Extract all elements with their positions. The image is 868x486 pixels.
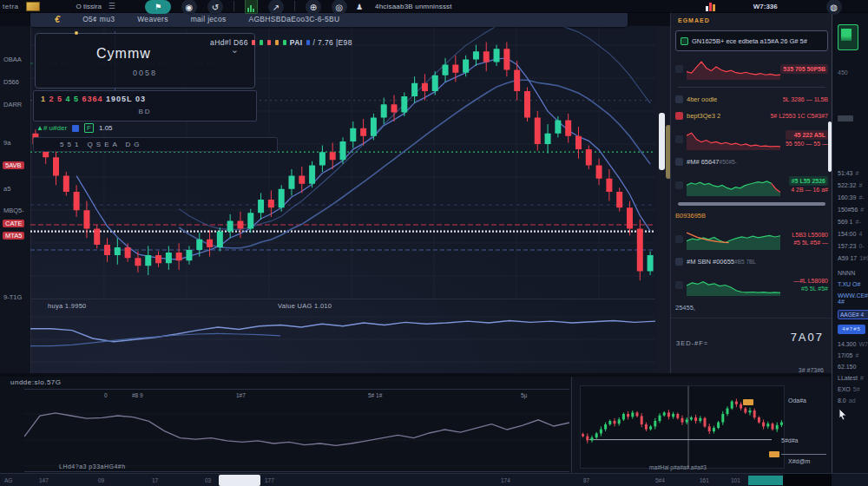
price-axis-label: OBAA	[3, 56, 22, 63]
price-axis-label: 9-T1G	[3, 293, 22, 301]
main-chart-panel: OBAAD566DARR9a5AVBa5MBQ5-CATEMTA59-T1G C…	[0, 26, 670, 373]
indicator-row[interactable]: ▲# u#der F 1.05	[36, 123, 113, 133]
menubar-item[interactable]: mail jecos	[191, 15, 227, 23]
left-price-axis[interactable]: OBAAD566DARR9a5AVBa5MBQ5-CATEMTA59-T1G	[0, 26, 31, 373]
trade-flag: #-	[858, 194, 864, 200]
trade-row[interactable]: 522:32#	[838, 182, 868, 188]
trade-row[interactable]: 51:43#	[838, 170, 868, 176]
axis-tick: 5# 1#	[368, 392, 382, 398]
clock-label: W7:336	[753, 3, 778, 10]
chart-vertical-scrollbar[interactable]	[657, 26, 670, 373]
time-axis-scrollbar[interactable]: AG147091703177174875#41611010724010	[0, 473, 868, 486]
row-label: 4ber oodle	[687, 95, 717, 103]
ohlc-segment: 2 5	[49, 95, 66, 103]
watchlist-row[interactable]: 4ber oodle5L 3286 — 1L5B	[671, 91, 832, 108]
trade-row[interactable]: 160:39#-	[838, 194, 868, 200]
ohlc-segment: 1	[41, 95, 49, 103]
watchlist-row[interactable]: B093695B	[671, 207, 832, 224]
rail-link[interactable]: T.XU O#	[838, 281, 868, 287]
coin-icon[interactable]: ◎	[332, 0, 347, 15]
trade-row[interactable]: 569 1#-	[838, 219, 868, 225]
watchlist-badge: EGMAED	[678, 17, 710, 23]
watchlist-row[interactable]: 25455,	[671, 299, 832, 316]
row-label: 25455,	[675, 304, 695, 312]
app-logo-icon[interactable]	[26, 2, 40, 11]
watchlist-sparkline-row[interactable]: 535 705 50P5B	[671, 54, 832, 83]
watchlist-sparkline-row[interactable]: 45 222 A5L55 550 — 55 —	[671, 124, 832, 154]
price-1: 45 222 A5L	[786, 130, 828, 140]
user-icon[interactable]: ♟	[356, 3, 363, 11]
bottom-section: undde:slo.57G 0#8 91#75# 1#5µ LHd4?a3 p3…	[0, 375, 832, 475]
workspace-menu-icon[interactable]: ☰	[108, 2, 115, 10]
rail-link[interactable]: NNNN	[838, 270, 868, 276]
account-circle-icon[interactable]: ◍	[826, 0, 842, 15]
session-status-text: 4hcisaab3B unmninssst	[375, 3, 452, 10]
undo-icon[interactable]: ↺	[207, 0, 223, 15]
rail-stats: 14.300W7#17/05#62.150LLatest#EXO5#8.0ad	[838, 341, 868, 404]
workspace-label[interactable]: O tissira	[76, 3, 102, 10]
mini-candlestick-chart[interactable]	[581, 386, 784, 468]
menubar-item[interactable]: Weavers	[137, 15, 168, 23]
sub-indicator-label-left: huya 1.9950	[48, 302, 87, 310]
legend-chip	[283, 40, 286, 45]
price-axis-label: MBQ5-	[3, 207, 24, 214]
bottom-divider	[571, 377, 572, 475]
legend-chip	[275, 40, 279, 45]
watchlist-sparkline-row[interactable]: —#L L58080#5 5L #5#	[671, 270, 832, 299]
price-1: L5B3 L55080	[792, 231, 828, 239]
sub-indicator-chart[interactable]	[30, 299, 655, 373]
watchlist-row[interactable]: #M SBN #00655 #B5 7BL	[671, 253, 832, 270]
draw-arrow-icon[interactable]: ↗	[268, 0, 284, 15]
trade-row[interactable]: A59 171#9	[838, 255, 868, 261]
mini-chart-tile[interactable]	[838, 24, 858, 50]
trade-time: A59 17	[838, 255, 857, 261]
flag-button[interactable]: ⚑	[145, 0, 171, 14]
stat-value: 17/05	[838, 352, 853, 358]
chart-tile-icon[interactable]	[245, 0, 258, 14]
globe-icon[interactable]: ⊕	[306, 0, 321, 15]
rail-chip[interactable]	[838, 115, 853, 122]
scrollbar-thumb[interactable]	[659, 113, 665, 170]
notifications-icon[interactable]: ◉	[181, 0, 197, 15]
row-label: #M SBN #00655	[687, 258, 734, 266]
rail-box-label[interactable]: AAGE# 4	[838, 310, 868, 319]
trade-flag: #	[856, 170, 859, 176]
time-tick: 101	[731, 477, 740, 483]
trade-row[interactable]: 150#56#	[838, 207, 868, 213]
mini-chart-area[interactable]	[580, 385, 785, 469]
row-icon	[675, 112, 683, 120]
watchlist-sparkline-row[interactable]: #5 L55 25264 2B — 16 a#	[671, 170, 832, 200]
trade-row[interactable]: 157:230-	[838, 243, 868, 249]
trade-flag: #	[860, 207, 864, 213]
indicator-row-2[interactable]: 551 QSEA DG	[33, 137, 278, 152]
spark-icon	[675, 181, 683, 189]
rail-link[interactable]: WWW.CE# 4#	[838, 292, 868, 305]
price-1: #5 L55 2526	[789, 176, 828, 186]
trade-row[interactable]: 154:004	[838, 231, 868, 237]
indicator-flag[interactable]: F	[84, 123, 94, 133]
time-scrollbar-thumb[interactable]	[219, 475, 260, 486]
bottom-left-line-chart[interactable]	[24, 389, 569, 472]
axis-tick: 0	[104, 392, 108, 398]
stat-value: EXO	[838, 386, 851, 392]
watchlist-row[interactable]: #M# 65647 #50#5-	[671, 154, 832, 170]
indicator-blue-icon[interactable]	[72, 125, 79, 132]
watchlist-row[interactable]: bept3Qe3 25# L2553 1C C5#3#7	[671, 108, 832, 124]
price-2: #5 5L #5# —	[792, 239, 828, 246]
row-price: 5# L2553 1C C5#3#7	[770, 112, 828, 120]
top-toolbar: tetra O tissira ☰ ⚑ ◉ ↺ ↗ ⊕ ◎ ♟ 4hcisaab…	[0, 0, 868, 13]
legend-series-label: aHd#l D66	[210, 38, 248, 47]
menubar-item[interactable]: O5¢ mu3	[82, 15, 115, 23]
watchlist-search-row[interactable]: GN1625B+ ece edbeta a15#A 26 G# 5#	[675, 30, 828, 51]
progress-bar	[671, 200, 832, 207]
trade-time: 154:00	[838, 231, 856, 237]
price-axis-label: 5AVB	[3, 161, 24, 169]
watchlist-sparkline-row[interactable]: L5B3 L55080#5 5L #5# —	[671, 224, 832, 253]
spark-prices: 535 705 50P5B	[780, 64, 828, 74]
menubar-item[interactable]: AGBHSBDaEoo3C-6-5BU	[248, 15, 339, 23]
rail-blue-button[interactable]: 4#7#5	[838, 325, 865, 334]
mini-bars-icon[interactable]	[706, 2, 715, 11]
sub-indicator-label-center: Value UAG 1.010	[278, 302, 332, 310]
cursor-icon	[838, 409, 848, 420]
stat-row: 62.150	[838, 364, 868, 370]
